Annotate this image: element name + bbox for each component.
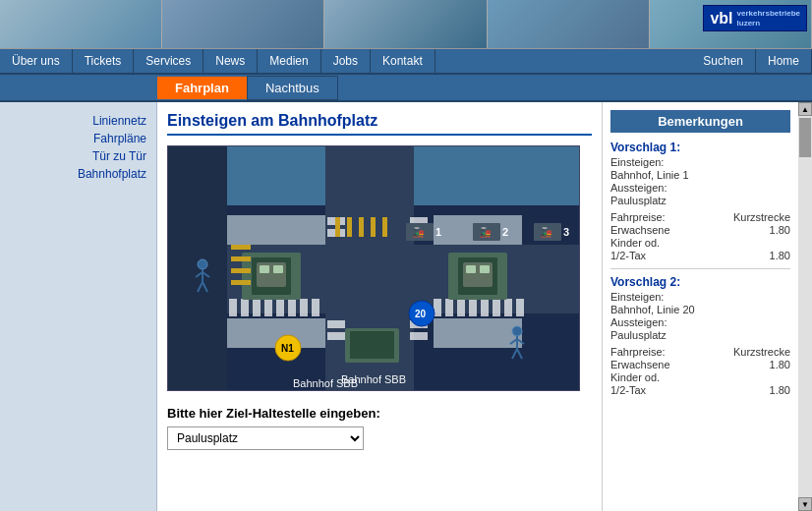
svg-rect-16	[312, 299, 319, 316]
fare-1-3-value: 1.80	[770, 250, 790, 261]
sidebar-liniennetz[interactable]: Liniennetz	[0, 112, 156, 130]
suggestion-2-line-2: Aussteigen:	[610, 316, 790, 328]
logo-text: verkehrsbetriebe luzern	[737, 9, 800, 28]
form-label: Bitte hier Ziel-Haltestelle eingeben:	[167, 406, 592, 421]
navbar: Über uns Tickets Services News Medien Jo…	[0, 49, 812, 75]
nav-kontakt[interactable]: Kontakt	[371, 49, 435, 73]
fare-2-3-label: 1/2-Tax	[610, 384, 646, 396]
header-img-1	[0, 0, 162, 48]
nav-spacer	[435, 49, 692, 73]
map-label: Bahnhof SBB	[168, 373, 579, 385]
suggestion-1: Vorschlag 1: Einsteigen: Bahnhof, Linie …	[610, 141, 790, 262]
svg-rect-8	[434, 318, 522, 348]
tabbar: Fahrplan Nachtbus	[0, 75, 812, 102]
fare-2-3: 1/2-Tax 1.80	[610, 384, 790, 397]
main-layout: Liniennetz Fahrpläne Tür zu Tür Bahnhofp…	[0, 102, 812, 511]
svg-rect-21	[481, 299, 489, 316]
suggestion-1-fares: Fahrpreise: Kurzstrecke Erwachsene 1.80 …	[610, 211, 790, 262]
fare-1-0: Fahrpreise: Kurzstrecke	[610, 211, 790, 224]
svg-text:🚂: 🚂	[540, 226, 552, 239]
fare-1-2-label: Kinder od.	[610, 237, 660, 249]
svg-rect-47	[231, 268, 251, 273]
destination-select[interactable]: Paulusplatz Bahnhofplatz Luzern Zentrum	[167, 426, 364, 450]
fare-2-3-value: 1.80	[770, 384, 790, 396]
svg-rect-13	[276, 299, 284, 316]
fare-2-1-label: Erwachsene	[610, 359, 670, 370]
svg-rect-15	[300, 299, 308, 316]
svg-rect-11	[253, 299, 261, 316]
suggestion-1-line-0: Einsteigen:	[610, 156, 790, 168]
svg-rect-45	[231, 245, 251, 250]
svg-rect-28	[327, 332, 345, 340]
scrollbar-thumb[interactable]	[799, 118, 811, 157]
scrollbar-up[interactable]: ▲	[798, 102, 812, 116]
svg-text:20: 20	[415, 309, 427, 319]
svg-rect-52	[371, 217, 376, 237]
fare-1-0-label: Fahrpreise:	[610, 211, 666, 223]
scrollbar: ▲ ▼	[798, 102, 812, 511]
svg-rect-23	[504, 299, 512, 316]
fare-2-0-label: Fahrpreise:	[610, 346, 666, 358]
sidebar-bahnhofplatz[interactable]: Bahnhofplatz	[0, 165, 156, 183]
svg-rect-51	[359, 217, 364, 237]
svg-text:🚂: 🚂	[412, 226, 425, 239]
nav-home[interactable]: Home	[756, 49, 812, 73]
svg-rect-27	[327, 320, 345, 328]
fare-2-0-value: Kurzstrecke	[733, 346, 790, 358]
suggestion-2-line-1: Bahnhof, Linie 20	[610, 304, 790, 315]
svg-text:2: 2	[502, 226, 508, 238]
svg-point-54	[198, 259, 207, 269]
svg-rect-32	[410, 332, 428, 340]
fare-1-1-label: Erwachsene	[610, 224, 670, 236]
sidebar: Liniennetz Fahrpläne Tür zu Tür Bahnhofp…	[0, 102, 157, 511]
svg-rect-14	[288, 299, 296, 316]
fare-1-3: 1/2-Tax 1.80	[610, 250, 790, 262]
suggestion-1-line-2: Aussteigen:	[610, 182, 790, 194]
header-img-4	[488, 0, 650, 48]
fare-2-2: Kinder od.	[610, 371, 790, 384]
svg-text:1: 1	[435, 226, 441, 238]
suggestion-2-line-3: Paulusplatz	[610, 329, 790, 341]
svg-rect-19	[457, 299, 465, 316]
nav-tickets[interactable]: Tickets	[73, 49, 135, 73]
suggestion-1-line-1: Bahnhof, Linie 1	[610, 169, 790, 181]
nav-suchen[interactable]: Suchen	[691, 49, 756, 73]
tab-nachtbus[interactable]: Nachtbus	[247, 76, 338, 100]
svg-rect-49	[335, 217, 340, 237]
fare-2-2-label: Kinder od.	[610, 371, 660, 383]
logo: vbl verkehrsbetriebe luzern	[703, 5, 807, 31]
sidebar-fahrplaene[interactable]: Fahrpläne	[0, 130, 156, 147]
svg-rect-42	[480, 265, 490, 273]
svg-rect-36	[260, 265, 269, 273]
nav-ueber-uns[interactable]: Über uns	[0, 49, 73, 73]
tab-fahrplan[interactable]: Fahrplan	[157, 77, 247, 99]
scrollbar-down[interactable]: ▼	[798, 497, 812, 511]
page-title: Einsteigen am Bahnhofplatz	[167, 112, 592, 136]
suggestion-1-line-3: Paulusplatz	[610, 195, 790, 206]
map-svg: 🚂 🚂 🚂 1 2 3 N1 20 1	[168, 146, 580, 391]
svg-rect-37	[273, 265, 283, 273]
svg-rect-46	[231, 256, 251, 261]
svg-rect-9	[229, 299, 237, 316]
suggestion-1-title: Vorschlag 1:	[610, 141, 790, 154]
fare-2-1: Erwachsene 1.80	[610, 359, 790, 371]
sidebar-tuer-zu-tuer[interactable]: Tür zu Tür	[0, 147, 156, 165]
nav-news[interactable]: News	[203, 49, 258, 73]
svg-rect-12	[264, 299, 272, 316]
nav-services[interactable]: Services	[134, 49, 203, 73]
svg-rect-50	[347, 217, 352, 237]
svg-rect-4	[168, 146, 227, 391]
panel-header: Bemerkungen	[610, 110, 790, 133]
logo-abbr: vbl	[710, 10, 732, 28]
nav-medien[interactable]: Medien	[258, 49, 320, 73]
right-panel: Bemerkungen Vorschlag 1: Einsteigen: Bah…	[602, 102, 798, 511]
header-banner: vbl verkehrsbetriebe luzern	[0, 0, 812, 49]
svg-rect-5	[227, 215, 325, 245]
fare-1-2: Kinder od.	[610, 237, 790, 250]
scrollbar-area[interactable]	[798, 116, 812, 497]
svg-rect-48	[231, 280, 251, 285]
nav-jobs[interactable]: Jobs	[321, 49, 371, 73]
fare-1-3-label: 1/2-Tax	[610, 250, 646, 261]
map-container: 🚂 🚂 🚂 1 2 3 N1 20 1	[167, 145, 580, 391]
fare-1-1-value: 1.80	[770, 224, 790, 236]
